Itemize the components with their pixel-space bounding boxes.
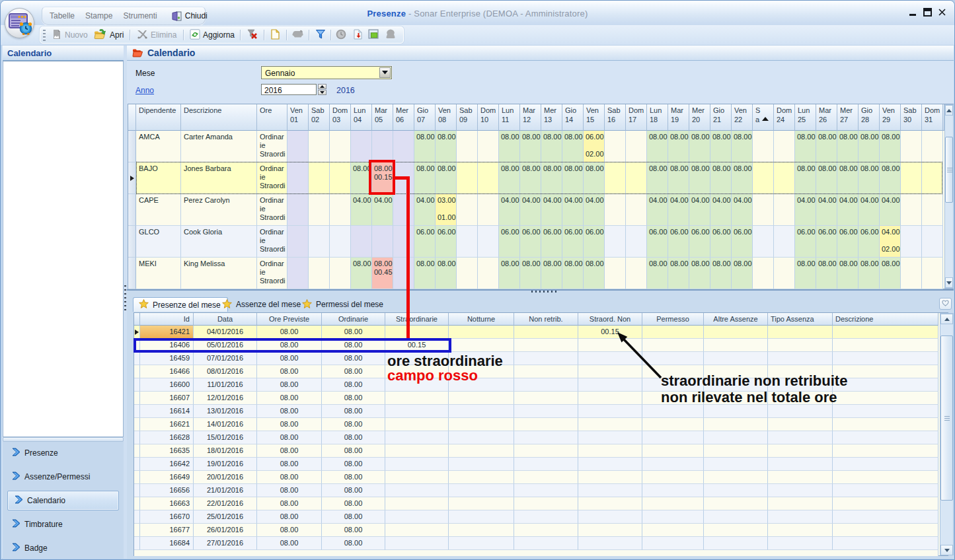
table-cell-ore_previste[interactable]: 08.00: [257, 524, 322, 537]
table-cell-ordinarie[interactable]: 08.00: [322, 431, 385, 444]
grid-day-cell[interactable]: [605, 194, 626, 226]
menu-item-stampe[interactable]: Stampe: [80, 11, 118, 20]
grid-day-cell[interactable]: [330, 162, 351, 194]
grid-cell-descrizione[interactable]: Carter Amanda: [181, 131, 257, 162]
grid-cell-descrizione[interactable]: Perez Carolyn: [181, 194, 257, 226]
table-cell-ordinarie[interactable]: 08.00: [322, 365, 385, 378]
table-cell-straord_non[interactable]: [578, 405, 642, 418]
table-cell-straordinarie[interactable]: [385, 471, 449, 484]
table-cell-id[interactable]: 16670: [140, 510, 194, 524]
table-cell-descrizione[interactable]: [833, 326, 938, 339]
toolbar-iconbutton-clear-filter[interactable]: [247, 27, 258, 43]
grid-day-cell[interactable]: 06.00: [732, 226, 753, 258]
table-cell-tipo_assenza[interactable]: [768, 484, 833, 497]
toolbar-button-elimina[interactable]: Elimina: [136, 27, 176, 43]
table-cell-non_retrib[interactable]: [514, 458, 578, 471]
table-cell-data[interactable]: 26/01/2016: [194, 524, 257, 537]
table-cell-id[interactable]: 16635: [140, 444, 194, 458]
toolbar-iconbutton-window[interactable]: [368, 27, 379, 43]
table-cell-altre_assenze[interactable]: [704, 458, 768, 471]
grid-day-cell[interactable]: 08.00: [859, 162, 880, 194]
table-cell-ordinarie[interactable]: 08.00: [322, 537, 385, 550]
table-column-header-descrizione[interactable]: Descrizione: [833, 313, 938, 326]
grid-day-cell[interactable]: 08.00: [816, 162, 837, 194]
grid-day-cell[interactable]: [753, 226, 774, 258]
table-cell-id[interactable]: 16466: [140, 365, 194, 378]
table-cell-non_retrib[interactable]: [514, 392, 578, 405]
table-cell-notturne[interactable]: [449, 484, 514, 497]
grid-day-cell[interactable]: 08.0000.15: [372, 162, 393, 194]
grid-cell-dipendente[interactable]: GLCO: [136, 226, 181, 258]
scroll-down-button[interactable]: [945, 277, 953, 288]
table-column-header-ordinarie[interactable]: Ordinarie: [322, 313, 385, 326]
table-cell-descrizione[interactable]: [833, 365, 938, 378]
table-cell-data[interactable]: 18/01/2016: [194, 444, 257, 458]
table-cell-non_retrib[interactable]: [514, 339, 578, 352]
grid-day-cell[interactable]: 08.00: [880, 162, 901, 194]
grid-cell-ore[interactable]: OrdinarieStraordinarie: [257, 226, 287, 258]
grid-day-cell[interactable]: [774, 131, 795, 162]
grid-day-header-19[interactable]: Mar19: [668, 104, 689, 131]
table-cell-data[interactable]: 21/01/2016: [194, 484, 257, 497]
grid-day-cell[interactable]: 08.00: [880, 258, 901, 289]
grid-day-cell[interactable]: [626, 226, 647, 258]
grid-day-cell[interactable]: 06.00: [668, 226, 689, 258]
grid-day-cell[interactable]: [605, 226, 626, 258]
table-cell-descrizione[interactable]: [833, 497, 938, 510]
grid-day-cell[interactable]: [753, 162, 774, 194]
grid-day-cell[interactable]: [309, 226, 330, 258]
grid-day-cell[interactable]: 08.00: [689, 162, 710, 194]
table-cell-permesso[interactable]: [642, 339, 704, 352]
table-cell-permesso[interactable]: [642, 537, 704, 550]
grid-day-cell[interactable]: [393, 226, 414, 258]
table-column-header-permesso[interactable]: Permesso: [642, 313, 704, 326]
grid-day-header-02[interactable]: Sab02: [309, 104, 330, 131]
grid-day-header-08[interactable]: Ven08: [436, 104, 457, 131]
grid-day-cell[interactable]: 08.00: [710, 131, 732, 162]
table-cell-id[interactable]: 16656: [140, 484, 194, 497]
grid-day-cell[interactable]: 08.00: [351, 258, 372, 289]
table-vscrollbar[interactable]: [940, 313, 954, 555]
grid-day-cell[interactable]: 08.00: [647, 131, 668, 162]
table-cell-permesso[interactable]: [642, 405, 704, 418]
grid-day-cell[interactable]: 04.00: [520, 194, 541, 226]
grid-vscrollbar[interactable]: [944, 104, 954, 289]
grid-day-header-31[interactable]: Dom31: [922, 104, 943, 131]
table-cell-notturne[interactable]: [449, 378, 514, 392]
grid-day-cell[interactable]: [605, 131, 626, 162]
grid-day-cell[interactable]: [605, 162, 626, 194]
grid-day-cell[interactable]: 06.00: [795, 226, 816, 258]
table-cell-descrizione[interactable]: [833, 339, 938, 352]
table-cell-notturne[interactable]: [449, 392, 514, 405]
sidebar-item-badge[interactable]: Badge: [5, 538, 121, 558]
table-cell-ordinarie[interactable]: 08.00: [322, 458, 385, 471]
table-column-header-tipo_assenza[interactable]: Tipo Assenza: [768, 313, 833, 326]
grid-cell-dipendente[interactable]: CAPE: [136, 194, 181, 226]
grid-day-cell[interactable]: 08.00: [795, 162, 816, 194]
grid-day-cell[interactable]: 08.00: [859, 131, 880, 162]
grid-day-cell[interactable]: 04.00: [859, 194, 880, 226]
table-cell-straordinarie[interactable]: [385, 484, 449, 497]
table-cell-straord_non[interactable]: [578, 458, 642, 471]
table-cell-data[interactable]: 04/01/2016: [194, 326, 257, 339]
grid-day-cell[interactable]: 04.00: [668, 194, 689, 226]
grid-day-cell[interactable]: 08.00: [880, 131, 901, 162]
grid-day-cell[interactable]: 04.00: [541, 194, 562, 226]
table-cell-straordinarie[interactable]: [385, 537, 449, 550]
grid-day-cell[interactable]: 06.00: [837, 226, 859, 258]
table-cell-descrizione[interactable]: [833, 405, 938, 418]
table-cell-notturne[interactable]: [449, 339, 514, 352]
table-cell-data[interactable]: 08/01/2016: [194, 365, 257, 378]
grid-day-header-21[interactable]: Gio21: [710, 104, 732, 131]
table-cell-ore_previste[interactable]: 08.00: [257, 392, 322, 405]
table-cell-non_retrib[interactable]: [514, 378, 578, 392]
scroll-up-button[interactable]: [940, 314, 953, 324]
table-cell-straordinarie[interactable]: [385, 497, 449, 510]
tab-assenze-del-mese[interactable]: Assenze del mese: [217, 297, 307, 312]
grid-day-cell[interactable]: [457, 131, 478, 162]
table-cell-tipo_assenza[interactable]: [768, 524, 833, 537]
scrollbar-thumb[interactable]: [945, 137, 953, 203]
table-cell-ore_previste[interactable]: 08.00: [257, 458, 322, 471]
table-cell-tipo_assenza[interactable]: [768, 352, 833, 365]
table-cell-straord_non[interactable]: 00.15: [578, 326, 642, 339]
